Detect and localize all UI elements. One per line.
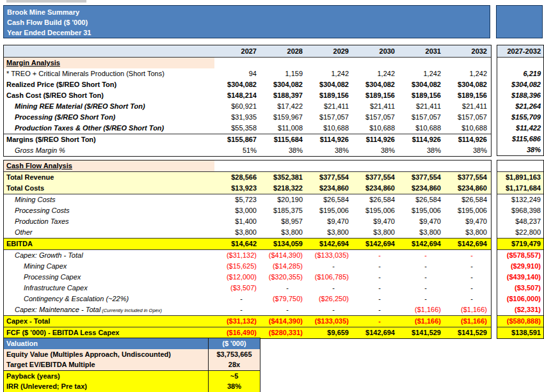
value-cell[interactable]: - xyxy=(445,261,491,272)
year-column-header[interactable]: 2029 xyxy=(307,45,353,57)
value-cell[interactable]: $195,006 xyxy=(445,205,491,216)
value-cell[interactable]: $218,322 xyxy=(260,183,307,194)
value-cell[interactable]: $9,470 xyxy=(353,216,399,227)
value-cell[interactable]: ($1,166) xyxy=(399,304,445,315)
value-cell[interactable]: ($280,331) xyxy=(260,327,307,338)
value-cell[interactable]: $21,411 xyxy=(399,101,445,112)
value-cell[interactable]: ($3,507) xyxy=(214,283,260,294)
value-cell[interactable]: $21,411 xyxy=(445,101,491,112)
value-cell[interactable]: $189,156 xyxy=(445,90,491,101)
value-cell[interactable]: $189,156 xyxy=(307,90,353,101)
value-cell[interactable]: $352,381 xyxy=(260,172,307,183)
value-cell[interactable]: $11,008 xyxy=(260,123,307,134)
value-cell[interactable]: 1,242 xyxy=(445,68,491,79)
value-cell[interactable]: 38% xyxy=(445,145,491,156)
value-cell[interactable]: ($414,390) xyxy=(260,250,307,261)
value-cell[interactable]: $3,800 xyxy=(214,227,260,238)
summary-value-cell[interactable]: ($2,331) xyxy=(497,304,543,315)
summary-value-cell[interactable]: $188,396 xyxy=(497,90,543,101)
summary-value-cell[interactable]: $48,237 xyxy=(497,216,543,227)
value-cell[interactable]: $189,156 xyxy=(353,90,399,101)
year-column-header[interactable]: 2032 xyxy=(445,45,491,57)
value-cell[interactable]: $195,006 xyxy=(399,205,445,216)
value-cell[interactable]: - xyxy=(399,272,445,283)
value-cell[interactable]: ($106,785) xyxy=(307,272,353,283)
summary-value-cell[interactable]: $115,686 xyxy=(497,134,543,145)
value-cell[interactable]: $234,860 xyxy=(445,183,491,194)
row-label[interactable]: Capex - Total xyxy=(4,316,214,327)
value-cell[interactable]: $304,082 xyxy=(214,79,260,90)
value-cell[interactable]: $142,694 xyxy=(353,327,399,338)
row-label[interactable]: Realized Price ($/REO Short Ton) xyxy=(4,79,214,90)
summary-value-cell[interactable]: $719,479 xyxy=(497,239,543,249)
row-label[interactable]: Production Taxes & Other ($/REO Short To… xyxy=(4,123,214,134)
value-cell[interactable]: - xyxy=(399,250,445,261)
value-cell[interactable]: $377,554 xyxy=(353,172,399,183)
value-cell[interactable]: $234,860 xyxy=(353,183,399,194)
value-cell[interactable]: $9,470 xyxy=(399,216,445,227)
summary-value-cell[interactable]: $138,591 xyxy=(497,327,543,338)
value-cell[interactable]: 38% xyxy=(353,145,399,156)
value-cell[interactable]: $114,926 xyxy=(353,134,399,145)
value-cell[interactable]: - xyxy=(307,283,353,294)
row-label[interactable]: Infrastructure Capex xyxy=(4,283,214,294)
value-cell[interactable]: $21,411 xyxy=(353,101,399,112)
value-cell[interactable]: ($26,250) xyxy=(307,294,353,304)
value-cell[interactable]: $114,926 xyxy=(307,134,353,145)
value-cell[interactable]: - xyxy=(353,304,399,315)
row-label[interactable]: Processing Capex xyxy=(4,272,214,283)
summary-value-cell[interactable]: ($439,140) xyxy=(497,272,543,283)
value-cell[interactable]: ($1,166) xyxy=(399,316,445,327)
value-cell[interactable]: $26,584 xyxy=(445,194,491,205)
value-cell[interactable]: $134,059 xyxy=(260,239,307,249)
row-label[interactable]: Processing ($/REO Short Ton) xyxy=(4,112,214,123)
value-cell[interactable]: 1,242 xyxy=(399,68,445,79)
value-cell[interactable]: - xyxy=(399,261,445,272)
year-column-header[interactable]: 2030 xyxy=(353,45,399,57)
row-label[interactable]: Mining Costs xyxy=(4,194,214,205)
summary-value-cell[interactable]: $22,800 xyxy=(497,227,543,238)
value-cell[interactable]: $3,800 xyxy=(307,227,353,238)
value-cell[interactable]: $142,694 xyxy=(353,239,399,249)
value-cell[interactable]: ($31,132) xyxy=(214,250,260,261)
row-label[interactable]: Capex: Growth - Total xyxy=(4,250,214,261)
value-cell[interactable]: 94 xyxy=(214,68,260,79)
value-cell[interactable]: $141,529 xyxy=(399,327,445,338)
row-label[interactable]: Contingency & Escalation (~22%) xyxy=(4,294,214,304)
summary-value-cell[interactable]: ($29,910) xyxy=(497,261,543,272)
value-cell[interactable]: $115,684 xyxy=(260,134,307,145)
value-cell[interactable]: - xyxy=(445,250,491,261)
value-cell[interactable]: ($16,490) xyxy=(214,327,260,338)
value-cell[interactable]: ($15,625) xyxy=(214,261,260,272)
value-cell[interactable]: - xyxy=(260,283,307,294)
value-cell[interactable]: ($414,390) xyxy=(260,316,307,327)
summary-value-cell[interactable]: $11,422 xyxy=(497,123,543,134)
value-cell[interactable]: $148,214 xyxy=(214,90,260,101)
summary-value-cell[interactable]: ($3,507) xyxy=(497,283,543,294)
value-cell[interactable]: $304,082 xyxy=(307,79,353,90)
value-cell[interactable]: $377,554 xyxy=(445,172,491,183)
value-cell[interactable]: 1,242 xyxy=(353,68,399,79)
value-cell[interactable]: $9,470 xyxy=(445,216,491,227)
value-cell[interactable]: 28x xyxy=(208,359,260,370)
row-label[interactable]: Total Costs xyxy=(4,183,214,194)
value-cell[interactable]: - xyxy=(353,294,399,304)
value-cell[interactable]: $188,397 xyxy=(260,90,307,101)
value-cell[interactable]: $3,753,665 xyxy=(208,349,260,360)
value-cell[interactable]: 38% xyxy=(307,145,353,156)
value-cell[interactable]: $26,584 xyxy=(399,194,445,205)
value-cell[interactable]: $3,800 xyxy=(399,227,445,238)
value-cell[interactable]: 38% xyxy=(260,145,307,156)
value-cell[interactable]: ($133,035) xyxy=(307,250,353,261)
value-cell[interactable]: $234,860 xyxy=(399,183,445,194)
value-cell[interactable]: $304,082 xyxy=(353,79,399,90)
value-cell[interactable]: $157,057 xyxy=(399,112,445,123)
row-label[interactable]: Total Revenue xyxy=(4,172,214,183)
value-cell[interactable]: - xyxy=(260,304,307,315)
value-cell[interactable]: - xyxy=(445,272,491,283)
value-cell[interactable]: - xyxy=(353,272,399,283)
row-label[interactable]: Mining Capex xyxy=(4,261,214,272)
value-cell[interactable]: 1,242 xyxy=(307,68,353,79)
value-cell[interactable]: $157,057 xyxy=(445,112,491,123)
value-cell[interactable]: ($133,035) xyxy=(307,316,353,327)
